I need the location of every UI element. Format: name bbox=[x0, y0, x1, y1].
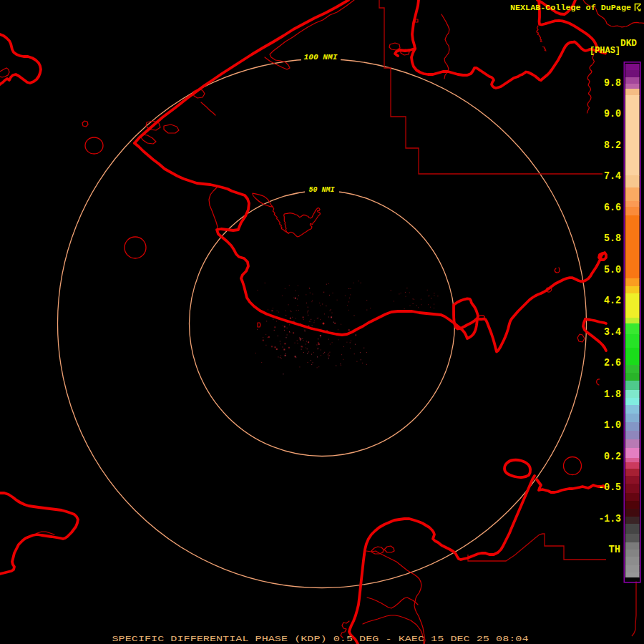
svg-text:DKD: DKD bbox=[620, 38, 637, 49]
svg-text:5.0: 5.0 bbox=[604, 264, 621, 276]
svg-text:9.8: 9.8 bbox=[604, 77, 621, 89]
svg-text:1.0: 1.0 bbox=[604, 419, 621, 431]
svg-text:3.4: 3.4 bbox=[604, 326, 621, 338]
svg-text:100 NMI: 100 NMI bbox=[304, 52, 338, 62]
svg-text:7.4: 7.4 bbox=[604, 170, 621, 182]
svg-text:TH: TH bbox=[609, 544, 621, 556]
svg-text:-0.5: -0.5 bbox=[599, 482, 622, 494]
svg-text:9.0: 9.0 bbox=[604, 108, 621, 120]
svg-text:-1.3: -1.3 bbox=[599, 513, 622, 525]
svg-text:0.2: 0.2 bbox=[604, 451, 621, 463]
svg-text:8.2: 8.2 bbox=[604, 140, 621, 152]
svg-text:SPECIFIC DIFFERENTIAL PHASE (K: SPECIFIC DIFFERENTIAL PHASE (KDP) 0.5 DE… bbox=[112, 634, 529, 643]
svg-text:2.6: 2.6 bbox=[604, 357, 621, 369]
svg-text:6.6: 6.6 bbox=[604, 202, 621, 214]
svg-text:4.2: 4.2 bbox=[604, 295, 621, 307]
svg-text:1.8: 1.8 bbox=[604, 389, 621, 401]
svg-text:5.8: 5.8 bbox=[604, 233, 621, 245]
svg-text:[PHAS]: [PHAS] bbox=[590, 46, 620, 56]
svg-text:50 NMI: 50 NMI bbox=[309, 185, 335, 194]
svg-text:NEXLAB-College of DuPage: NEXLAB-College of DuPage bbox=[510, 3, 631, 12]
